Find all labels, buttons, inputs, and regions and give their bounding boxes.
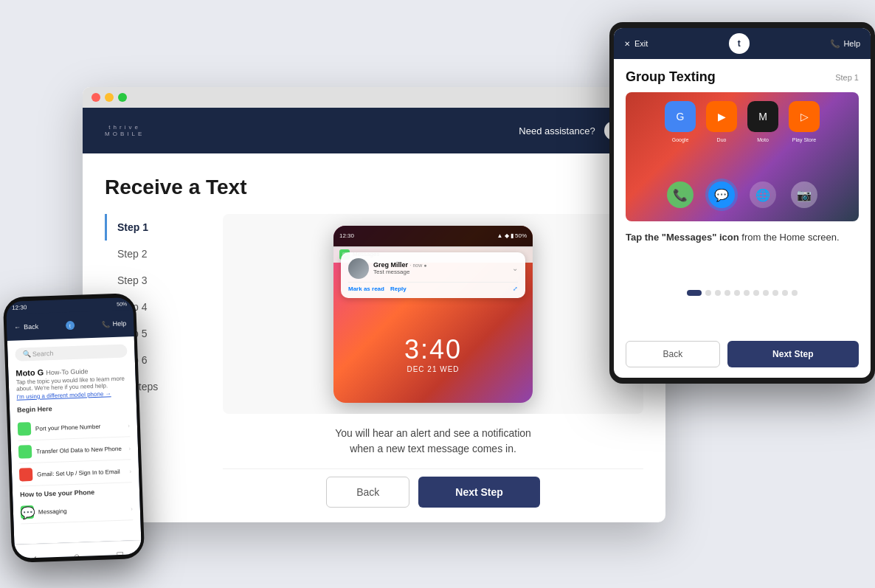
tablet-next-button[interactable]: Next Step [727, 341, 859, 367]
desc-line-1: You will hear an alert and see a notific… [223, 426, 643, 441]
help-label[interactable]: Help [112, 319, 126, 328]
phone-nav-left: ← Back [14, 323, 38, 331]
clock-display: 3:40 DEC 21 WED [333, 334, 533, 373]
page-title: Receive a Text [105, 176, 643, 199]
tablet-title-row: Group Texting Step 1 [626, 69, 859, 85]
tablet-header-left: ✕ Exit [624, 39, 648, 48]
phone-nav-right: 📞 Help [101, 319, 126, 328]
play-store-icon: ▷ Play Store [789, 101, 820, 132]
step-visual: 12:30 ▲ ◆ ▮ 50% ✉ Messages [223, 214, 643, 414]
reply-action[interactable]: Reply [390, 286, 407, 292]
notif-expand: ⌄ [512, 264, 518, 272]
dot-1 [687, 290, 702, 296]
duo-icon: ▶ Duo [706, 101, 737, 132]
assistance-label: Need assistance? [519, 125, 595, 136]
app-content: Receive a Text Step 1 Step 2 Step 3 Step… [83, 153, 665, 522]
google-icon: G Google [665, 101, 696, 132]
section-begin-here: Begin Here [17, 402, 129, 413]
dot-8 [763, 290, 769, 296]
arrow-icon-4: › [131, 505, 133, 512]
content-body: Step 1 Step 2 Step 3 Step 4 Step 5 Step … [105, 214, 643, 508]
tablet-actions: Back Next Step [626, 341, 859, 367]
dot-4 [724, 290, 730, 296]
tablet-user-avatar: t [729, 33, 750, 54]
step-content: 12:30 ▲ ◆ ▮ 50% ✉ Messages [223, 214, 643, 508]
tablet-help-label[interactable]: Help [843, 39, 860, 48]
dot-9 [772, 290, 778, 296]
list-item-messaging[interactable]: 💬 Messaging › [20, 497, 133, 524]
chrome-icon: 🌐 [750, 181, 776, 208]
phone-search[interactable]: 🔍 Search [15, 344, 128, 361]
transfer-label: Transfer Old Data to New Phone [36, 445, 125, 454]
instruction-bold: Tap the "Messages" icon [626, 232, 739, 243]
tablet-step-label: Step 1 [835, 73, 859, 82]
dot-3 [715, 290, 721, 296]
list-item-gmail[interactable]: Gmail: Set Up / Sign In to Email › [19, 460, 132, 486]
sender-avatar [348, 258, 369, 279]
phone-user-icon: t [66, 321, 75, 330]
browser-dot-yellow[interactable] [105, 93, 114, 102]
tablet-image-area: G Google ▶ Duo M Moto ▷ [626, 92, 859, 221]
action-buttons: Back Next Step [223, 468, 643, 508]
step-2[interactable]: Step 2 [105, 241, 208, 267]
phone-content: 🔍 Search Moto G How-To Guide Tap the top… [7, 336, 142, 544]
dot-6 [744, 290, 750, 296]
app-navbar: thrive MOBILE Need assistance? Chat [83, 108, 665, 153]
browser-dot-green[interactable] [118, 93, 127, 102]
notif-body: Greg Miller · now ● Test message ⌄ [348, 258, 518, 279]
phone-screen: 12:30 50% ← Back t 📞 Help 🔍 Search Moto … [6, 297, 142, 558]
moto-icon: M Moto [747, 101, 778, 132]
back-label[interactable]: Back [24, 323, 38, 331]
phone-mockup-inner: 12:30 ▲ ◆ ▮ 50% ✉ Messages [333, 226, 533, 403]
recent-nav-btn[interactable]: □ [117, 548, 123, 558]
arrow-icon: › [128, 422, 130, 429]
browser-dot-red[interactable] [91, 93, 100, 102]
phone-app-icon: 📞 [667, 181, 694, 208]
camera-icon: 📷 [791, 181, 817, 208]
notif-message: Test message [373, 269, 508, 275]
next-step-button[interactable]: Next Step [418, 477, 540, 508]
tablet-title: Group Texting [626, 69, 716, 85]
notif-text: Greg Miller · now ● Test message [373, 261, 508, 275]
phone-device: 12:30 50% ← Back t 📞 Help 🔍 Search Moto … [3, 293, 145, 563]
clock-date: DEC 21 WED [333, 365, 533, 373]
phone-time: 12:30 [12, 304, 27, 311]
browser-titlebar [83, 87, 665, 108]
home-nav-btn[interactable]: ○ [74, 550, 80, 558]
instruction-rest: from the Home screen. [741, 232, 839, 243]
tablet-header-right: 📞 Help [830, 39, 860, 49]
dot-2 [705, 290, 711, 296]
back-button[interactable]: Back [326, 477, 409, 508]
desc-line-2: when a new text message comes in. [223, 441, 643, 457]
exit-label[interactable]: Exit [634, 39, 648, 48]
phone-battery: 50% [117, 301, 127, 306]
notif-actions: Mark as read Reply ⤢ [348, 282, 518, 292]
transfer-icon [18, 445, 32, 459]
clock-time: 3:40 [333, 334, 533, 365]
status-bar: 12:30 ▲ ◆ ▮ 50% [333, 226, 533, 246]
notif-time: · now ● [410, 263, 427, 268]
arrow-icon-2: › [128, 445, 131, 452]
step-3[interactable]: Step 3 [105, 267, 208, 294]
step-description: You will hear an alert and see a notific… [223, 426, 643, 457]
tablet-device: ✕ Exit t 📞 Help Group Texting Step 1 [609, 22, 875, 384]
mark-as-read[interactable]: Mark as read [348, 286, 384, 292]
dot-10 [782, 290, 788, 296]
notification-card: Greg Miller · now ● Test message ⌄ Mark … [341, 252, 525, 298]
messaging-icon: 💬 [21, 505, 35, 519]
tablet-content: Group Texting Step 1 G Google ▶ Duo [614, 59, 871, 378]
section-how-to-use: How to Use your Phone [20, 487, 132, 498]
back-nav-btn[interactable]: ‹ [33, 551, 37, 558]
dot-7 [753, 290, 759, 296]
app-logo: thrive MOBILE [105, 124, 145, 137]
gmail-label: Gmail: Set Up / Sign In to Email [37, 468, 125, 477]
tablet-back-button[interactable]: Back [626, 341, 720, 367]
step-1[interactable]: Step 1 [105, 214, 208, 241]
arrow-icon-3: › [129, 468, 131, 474]
messaging-label: Messaging [38, 505, 127, 515]
guide-subtitle: How-To Guide [46, 367, 88, 376]
gmail-icon [19, 468, 33, 482]
messages-app-icon-tablet[interactable]: 💬 [708, 181, 735, 208]
tablet-screen: ✕ Exit t 📞 Help Group Texting Step 1 [614, 28, 871, 378]
logo-sub: MOBILE [105, 131, 145, 137]
